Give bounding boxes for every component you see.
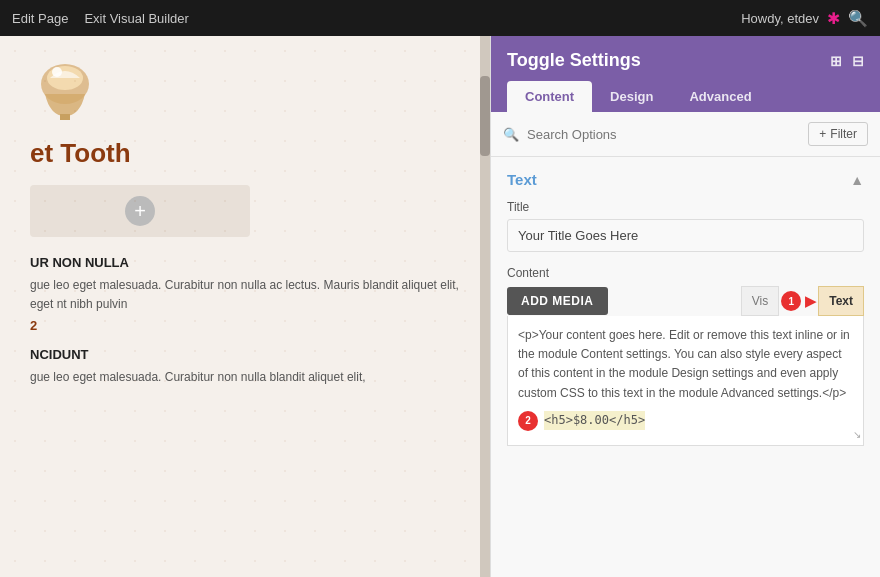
svg-rect-3 [60,114,70,120]
section-2-content: gue leo eget malesuada. Curabitur non nu… [30,368,470,387]
editor-code-line: <h5>$8.00</h5> [544,411,645,430]
content-label: Content [507,266,864,280]
panel-title-row: Toggle Settings ⊞ ⊟ [507,50,864,71]
fullscreen-icon[interactable]: ⊞ [830,53,842,69]
search-icon-panel: 🔍 [503,127,519,142]
right-panel: Toggle Settings ⊞ ⊟ Content Design Advan… [490,36,880,577]
exit-visual-builder-link[interactable]: Exit Visual Builder [84,11,189,26]
section-2-title: NCIDUNT [30,347,470,362]
panel-tabs: Content Design Advanced [507,81,864,112]
editor-main-content: <p>Your content goes here. Edit or remov… [518,326,853,403]
text-section-label: Text [507,171,537,188]
search-input[interactable] [527,127,800,142]
howdy-section: Howdy, etdev ✱ 🔍 [741,9,868,28]
panel-title-icons: ⊞ ⊟ [830,53,864,69]
page-area: et Tooth + UR NON NULLA gue leo eget mal… [0,36,490,577]
section-1: UR NON NULLA gue leo eget malesuada. Cur… [30,255,470,333]
text-section-header: Text ▲ [507,171,864,188]
scroll-thumb[interactable] [480,76,490,156]
arrow-icon: ▶ [805,293,816,309]
tab-content[interactable]: Content [507,81,592,112]
svg-point-2 [52,67,62,77]
panel-header: Toggle Settings ⊞ ⊟ Content Design Advan… [491,36,880,112]
badge-2-area: 2 <h5>$8.00</h5> [518,411,853,431]
grid-icon[interactable]: ⊟ [852,53,864,69]
filter-plus-icon: + [819,127,826,141]
title-field-label: Title [507,200,864,214]
badge-2: 2 [518,411,538,431]
tab-design[interactable]: Design [592,81,671,112]
section-1-content: gue leo eget malesuada. Curabitur non nu… [30,276,470,314]
filter-label: Filter [830,127,857,141]
search-bar: 🔍 + Filter [491,112,880,157]
editor-toolbar-row: ADD MEDIA Vis 1 ▶ Text [507,286,864,316]
page-number: 2 [30,318,470,333]
panel-title-text: Toggle Settings [507,50,641,71]
tab-advanced[interactable]: Advanced [671,81,769,112]
filter-button[interactable]: + Filter [808,122,868,146]
title-field-group: Title [507,200,864,252]
title-field-input[interactable] [507,219,864,252]
add-media-button[interactable]: ADD MEDIA [507,287,608,315]
tab-area: Vis 1 ▶ Text [741,286,864,316]
add-row-button[interactable]: + [125,196,155,226]
scroll-track [480,36,490,577]
editor-content-text: <p>Your content goes here. Edit or remov… [518,328,850,400]
panel-body: Text ▲ Title Content ADD MEDIA Vis 1 ▶ T… [491,157,880,577]
star-icon: ✱ [827,9,840,28]
add-row-box: + [30,185,250,237]
badge-1: 1 [781,291,801,311]
edit-page-link[interactable]: Edit Page [12,11,68,26]
top-bar: Edit Page Exit Visual Builder Howdy, etd… [0,0,880,36]
section-2: NCIDUNT gue leo eget malesuada. Curabitu… [30,347,470,387]
editor-content-area[interactable]: <p>Your content goes here. Edit or remov… [507,316,864,446]
howdy-text: Howdy, etdev [741,11,819,26]
cupcake-icon [30,56,100,126]
resize-handle[interactable]: ↘ [853,427,861,443]
section-1-title: UR NON NULLA [30,255,470,270]
page-title: et Tooth [30,138,470,169]
main-layout: et Tooth + UR NON NULLA gue leo eget mal… [0,36,880,577]
collapse-icon[interactable]: ▲ [850,172,864,188]
visual-tab[interactable]: Vis [741,286,779,316]
text-tab[interactable]: Text [818,286,864,316]
search-icon[interactable]: 🔍 [848,9,868,28]
